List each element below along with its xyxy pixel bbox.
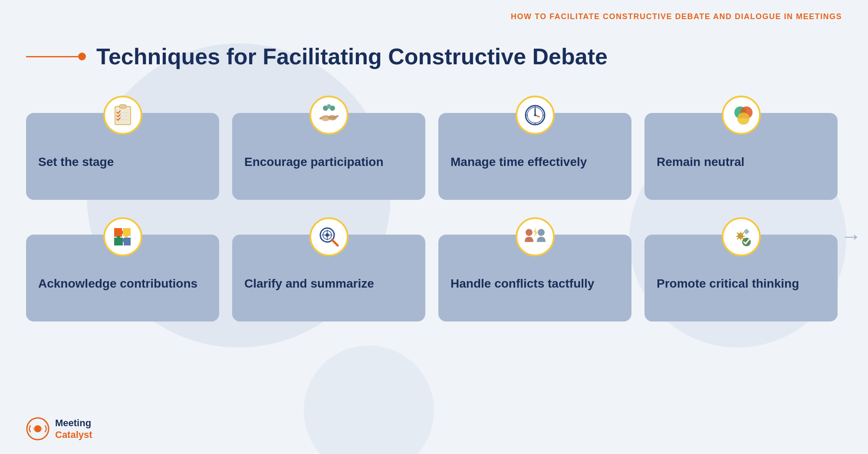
card-label-encourage-participation: Encourage participation xyxy=(244,154,384,170)
icon-wrapper-set-the-stage xyxy=(103,96,142,135)
puzzle-icon xyxy=(110,224,136,250)
svg-line-27 xyxy=(332,240,338,245)
logo-section: Meeting Catalyst xyxy=(26,417,92,441)
nav-arrow-right[interactable]: → xyxy=(841,224,861,248)
svg-point-7 xyxy=(327,104,331,109)
card-encourage-participation: Encourage participation xyxy=(232,113,425,200)
card-promote-critical: Promote critical thinking xyxy=(644,235,838,321)
svg-point-26 xyxy=(326,233,329,237)
top-label: HOW TO FACILITATE CONSTRUCTIVE DEBATE AN… xyxy=(511,12,842,21)
icon-wrapper-promote-critical xyxy=(722,217,761,256)
cards-grid: Set the stage Encourage participation xyxy=(26,91,838,321)
svg-point-28 xyxy=(526,229,533,236)
svg-point-29 xyxy=(538,229,545,236)
clipboard-icon xyxy=(110,102,136,128)
card-label-acknowledge-contributions: Acknowledge contributions xyxy=(38,276,197,292)
card-clarify-summarize: Clarify and summarize xyxy=(232,235,425,321)
icon-wrapper-remain-neutral xyxy=(722,96,761,135)
card-acknowledge-contributions: Acknowledge contributions xyxy=(26,235,219,321)
svg-point-32 xyxy=(744,230,748,234)
svg-point-35 xyxy=(34,425,41,432)
card-label-remain-neutral: Remain neutral xyxy=(657,154,744,170)
card-label-set-the-stage: Set the stage xyxy=(38,154,114,170)
logo-line1: Meeting xyxy=(55,418,92,429)
title-section: Techniques for Facilitating Constructive… xyxy=(26,43,842,70)
card-label-clarify-summarize: Clarify and summarize xyxy=(244,276,374,292)
logo-icon xyxy=(26,417,50,441)
icon-wrapper-acknowledge-contributions xyxy=(103,217,142,256)
card-remain-neutral: Remain neutral xyxy=(644,113,838,200)
title-dot-decoration xyxy=(78,53,86,60)
page-wrapper: HOW TO FACILITATE CONSTRUCTIVE DEBATE AN… xyxy=(0,0,868,454)
card-label-manage-time: Manage time effectively xyxy=(450,154,587,170)
icon-wrapper-encourage-participation xyxy=(309,96,349,135)
card-handle-conflicts: Handle conflicts tactfully xyxy=(438,235,631,321)
logo-line2: Catalyst xyxy=(55,429,92,441)
card-set-the-stage: Set the stage xyxy=(26,113,219,200)
card-label-handle-conflicts: Handle conflicts tactfully xyxy=(450,276,594,292)
gears-icon xyxy=(728,224,754,250)
handshake-icon xyxy=(316,102,342,128)
svg-point-14 xyxy=(534,114,536,116)
icon-wrapper-clarify-summarize xyxy=(309,217,349,256)
svg-rect-1 xyxy=(119,105,126,108)
title-line-decoration xyxy=(26,56,78,57)
logo-text: Meeting Catalyst xyxy=(55,418,92,441)
card-manage-time: Manage time effectively xyxy=(438,113,631,200)
circles-icon xyxy=(728,102,754,128)
magnifier-icon xyxy=(316,224,342,250)
clock-icon xyxy=(522,102,548,128)
card-label-promote-critical: Promote critical thinking xyxy=(657,276,799,292)
svg-marker-30 xyxy=(534,227,537,238)
svg-point-9 xyxy=(328,115,337,120)
svg-point-21 xyxy=(737,113,750,125)
people-conflict-icon xyxy=(522,224,548,250)
icon-wrapper-handle-conflicts xyxy=(516,217,555,256)
page-title: Techniques for Facilitating Constructive… xyxy=(96,43,608,70)
icon-wrapper-manage-time xyxy=(516,96,555,135)
